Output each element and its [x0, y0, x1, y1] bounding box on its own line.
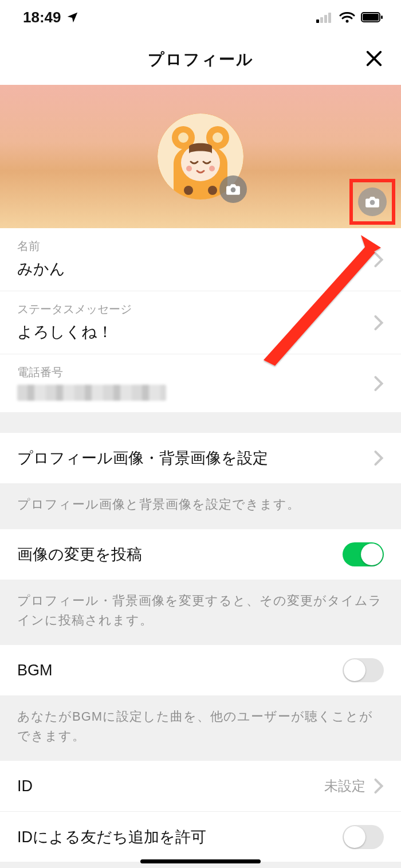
- location-icon: [66, 11, 78, 24]
- bgm-help: あなたがBGMに設定した曲を、他のユーザーが聴くことができます。: [0, 695, 401, 761]
- annotation-highlight-box: [349, 179, 395, 225]
- avatar-camera-button[interactable]: [219, 175, 247, 203]
- chevron-right-icon: [374, 315, 384, 331]
- camera-icon: [365, 196, 380, 208]
- chevron-right-icon: [374, 450, 384, 466]
- image-settings-section: プロフィール画像・背景画像を設定: [0, 433, 401, 483]
- svg-point-14: [186, 166, 192, 171]
- status-message-row[interactable]: ステータスメッセージ よろしくね！: [0, 291, 401, 354]
- phone-value-redacted: [17, 385, 166, 401]
- bgm-row: BGM: [0, 645, 401, 695]
- svg-point-17: [208, 186, 217, 195]
- svg-point-11: [178, 132, 188, 143]
- page-title: プロフィール: [148, 49, 254, 71]
- bgm-toggle[interactable]: [343, 658, 384, 682]
- wifi-icon: [339, 11, 355, 23]
- post-change-toggle[interactable]: [343, 542, 384, 566]
- svg-rect-2: [324, 15, 327, 23]
- svg-rect-3: [328, 13, 331, 23]
- phone-row[interactable]: 電話番号: [0, 354, 401, 412]
- post-change-title: 画像の変更を投稿: [17, 544, 343, 565]
- svg-point-15: [209, 166, 215, 171]
- close-button[interactable]: [364, 49, 384, 71]
- svg-rect-0: [316, 19, 319, 23]
- id-add-toggle[interactable]: [343, 825, 384, 849]
- image-settings-help: プロフィール画像と背景画像を設定できます。: [0, 483, 401, 529]
- id-value: 未設定: [324, 777, 365, 795]
- image-settings-row[interactable]: プロフィール画像・背景画像を設定: [0, 433, 401, 483]
- svg-point-4: [346, 20, 349, 23]
- svg-point-19: [370, 200, 375, 205]
- bgm-section: BGM: [0, 645, 401, 695]
- post-change-section: 画像の変更を投稿: [0, 529, 401, 580]
- post-change-row: 画像の変更を投稿: [0, 529, 401, 580]
- svg-rect-1: [320, 17, 323, 23]
- chevron-right-icon: [374, 376, 384, 392]
- profile-info-list: 名前 みかん ステータスメッセージ よろしくね！ 電話番号: [0, 228, 401, 412]
- close-icon: [364, 49, 384, 68]
- cover-image: [0, 85, 401, 228]
- status-label: ステータスメッセージ: [17, 302, 132, 317]
- nav-bar: プロフィール: [0, 34, 401, 85]
- id-row[interactable]: ID 未設定: [0, 761, 401, 811]
- name-value: みかん: [17, 259, 65, 279]
- cover-camera-button[interactable]: [358, 187, 387, 216]
- status-time: 18:49: [23, 9, 61, 26]
- svg-rect-6: [363, 14, 379, 21]
- svg-point-18: [231, 187, 236, 193]
- id-add-row: IDによる友だち追加を許可: [0, 811, 401, 862]
- svg-rect-7: [381, 15, 383, 19]
- svg-point-12: [213, 132, 223, 143]
- section-gap: [0, 412, 401, 433]
- home-indicator: [140, 859, 261, 863]
- name-label: 名前: [17, 238, 40, 254]
- cellular-icon: [316, 11, 333, 23]
- post-change-help: プロフィール・背景画像を変更すると、その変更がタイムラインに投稿されます。: [0, 580, 401, 645]
- chevron-right-icon: [374, 252, 384, 268]
- avatar-container: [158, 114, 243, 200]
- name-row[interactable]: 名前 みかん: [0, 228, 401, 291]
- chevron-right-icon: [374, 778, 384, 794]
- phone-label: 電話番号: [17, 365, 63, 380]
- id-title: ID: [17, 777, 324, 795]
- id-add-title: IDによる友だち追加を許可: [17, 827, 343, 847]
- id-section: ID 未設定 IDによる友だち追加を許可: [0, 761, 401, 862]
- status-value: よろしくね！: [17, 322, 113, 342]
- image-settings-title: プロフィール画像・背景画像を設定: [17, 448, 374, 468]
- battery-icon: [361, 11, 384, 23]
- bgm-title: BGM: [17, 662, 343, 679]
- svg-point-16: [184, 186, 193, 195]
- status-bar: 18:49: [0, 0, 401, 34]
- camera-icon: [226, 183, 241, 196]
